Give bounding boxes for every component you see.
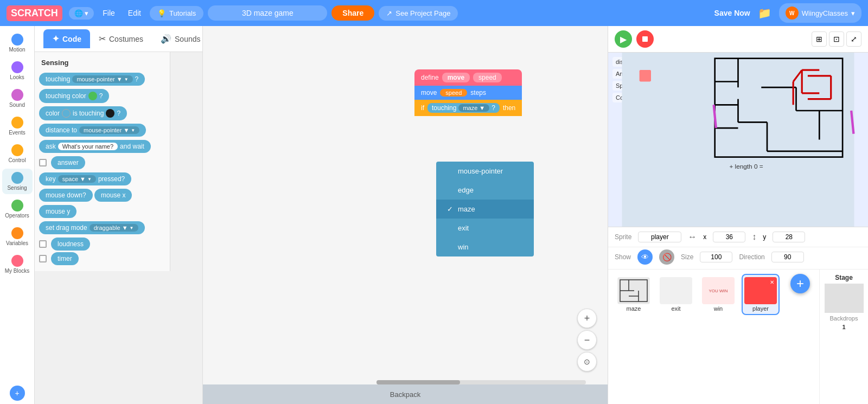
touching-block-inline[interactable]: touching maze ▼ ?: [427, 103, 500, 113]
block-key-pressed[interactable]: key space ▼ pressed?: [39, 172, 131, 185]
sprite-thumb-player[interactable]: ✕ player: [742, 274, 780, 315]
maze-dropdown-trigger[interactable]: maze ▼: [458, 104, 489, 112]
drag-dropdown[interactable]: draggable ▼: [90, 224, 138, 232]
sidebar-label-myblocks: My Blocks: [5, 268, 30, 274]
dropdown-item-mouse-pointer[interactable]: mouse-pointer: [436, 162, 534, 181]
sprite-name-win: win: [714, 305, 723, 312]
scrollbar-thumb: [376, 380, 460, 384]
sprite-thumb-maze[interactable]: maze: [615, 274, 653, 315]
zoom-in-button[interactable]: +: [577, 309, 597, 328]
sidebar-item-sound[interactable]: Sound: [2, 86, 33, 111]
sprite-thumb-exit[interactable]: exit: [657, 274, 695, 315]
block-answer[interactable]: answer: [51, 156, 85, 169]
x-arrows-icon: ↔: [688, 232, 697, 242]
language-button[interactable]: 🌐 ▾: [69, 7, 94, 20]
block-mouse-down[interactable]: mouse down?: [39, 189, 93, 202]
sidebar-item-events[interactable]: Events: [2, 113, 33, 139]
dropdown-item-edge[interactable]: edge: [436, 181, 534, 200]
block-distance-to[interactable]: distance to mouse-pointer ▼: [39, 124, 146, 137]
sidebar-item-extension[interactable]: +: [2, 382, 33, 404]
dropdown-item-maze[interactable]: ✓ maze: [436, 200, 534, 219]
sidebar-item-motion[interactable]: Motion: [2, 30, 33, 56]
backpack-bar[interactable]: Backpack: [203, 384, 608, 404]
edit-menu[interactable]: Edit: [124, 7, 145, 20]
backdrops-count: 1: [842, 324, 845, 330]
key-dropdown[interactable]: space ▼: [58, 175, 96, 183]
stage-panel-label: Stage: [835, 274, 853, 281]
user-menu-button[interactable]: W WiingyClasses ▾: [779, 3, 861, 23]
dropdown-item-win[interactable]: win: [436, 238, 534, 256]
block-loudness[interactable]: loudness: [51, 238, 90, 251]
control-dot: [11, 144, 23, 156]
timer-checkbox[interactable]: [39, 255, 47, 262]
direction-input[interactable]: [771, 252, 804, 262]
dropdown-item-exit[interactable]: exit: [436, 219, 534, 238]
tab-costumes[interactable]: ✂ Costumes: [90, 29, 152, 48]
events-dot: [11, 117, 23, 129]
block-mouse-x[interactable]: mouse x: [94, 189, 132, 202]
horizontal-scrollbar[interactable]: [376, 380, 586, 384]
x-input[interactable]: [713, 232, 745, 242]
file-menu[interactable]: File: [98, 7, 119, 20]
stop-button[interactable]: [636, 30, 654, 48]
block-timer[interactable]: timer: [51, 252, 79, 265]
sidebar-item-sensing[interactable]: Sensing: [2, 169, 33, 194]
operators-dot: [11, 200, 23, 211]
right-panel: ▶ ⊞ ⊡ ⤢ distance: [608, 26, 868, 404]
block-touching-color[interactable]: touching color ?: [39, 89, 109, 103]
size-input[interactable]: [700, 252, 732, 262]
sprite-thumb-win[interactable]: YOU WIN win: [699, 274, 737, 315]
block-mouse-y[interactable]: mouse y: [39, 205, 76, 218]
stop-icon: [641, 35, 649, 43]
hide-button[interactable]: 🚫: [659, 249, 674, 265]
green-flag-button[interactable]: ▶: [615, 30, 632, 48]
block-touching[interactable]: touching mouse-pointer ▼ ?: [39, 73, 145, 86]
ask-input[interactable]: What's your name?: [58, 143, 118, 150]
block-set-drag[interactable]: set drag mode draggable ▼: [39, 221, 145, 234]
share-button[interactable]: Share: [331, 5, 374, 21]
zoom-reset-button[interactable]: ⊙: [577, 352, 597, 371]
sounds-icon: 🔊: [161, 34, 171, 44]
project-title-input[interactable]: [208, 5, 327, 21]
define-val: move: [442, 73, 470, 82]
tutorials-button[interactable]: 💡 Tutorials: [150, 6, 203, 21]
sidebar-item-looks[interactable]: Looks: [2, 58, 33, 84]
move-block[interactable]: move speed steps: [414, 86, 522, 100]
tab-sounds[interactable]: 🔊 Sounds: [152, 29, 209, 48]
sidebar-item-operators[interactable]: Operators: [2, 196, 33, 222]
direction-label: Direction: [739, 253, 764, 261]
show-button[interactable]: 👁: [637, 249, 653, 265]
sidebar-item-variables[interactable]: Variables: [2, 224, 33, 249]
y-input[interactable]: [773, 232, 805, 242]
sprite-controls-row2: Show 👁 🚫 Size Direction: [608, 247, 868, 270]
tab-code[interactable]: ✦ Code: [43, 29, 90, 48]
sprite-delete-player[interactable]: ✕: [768, 278, 776, 286]
zoom-out-button[interactable]: −: [577, 330, 597, 350]
sidebar-item-myblocks[interactable]: My Blocks: [2, 252, 33, 277]
small-stage-button[interactable]: ⊞: [812, 31, 827, 47]
sprites-list: maze exit YOU WIN win: [608, 270, 868, 404]
sprite-name-input[interactable]: [638, 232, 681, 242]
fullscreen-button[interactable]: ⤢: [846, 31, 861, 47]
answer-checkbox[interactable]: [39, 159, 47, 166]
topbar: SCRATCH 🌐 ▾ File Edit 💡 Tutorials Share …: [0, 0, 868, 26]
add-sprite-button[interactable]: +: [790, 274, 810, 293]
save-now-button[interactable]: Save Now: [714, 9, 750, 17]
stage-thumbnail[interactable]: [825, 284, 864, 313]
normal-stage-button[interactable]: ⊡: [829, 31, 844, 47]
touching-dropdown[interactable]: mouse-pointer ▼: [72, 75, 132, 83]
speed-val: speed: [440, 89, 467, 97]
loudness-checkbox[interactable]: [39, 240, 47, 248]
block-color-is-touching[interactable]: color is touching ?: [39, 106, 127, 120]
distance-dropdown[interactable]: mouse-pointer ▼: [79, 126, 139, 134]
block-ask-wait[interactable]: ask What's your name? and wait: [39, 140, 151, 153]
if-block[interactable]: if touching maze ▼ ? then: [414, 100, 522, 116]
block-group-define: define move speed move speed steps if to…: [414, 69, 522, 116]
sidebar-item-control[interactable]: Control: [2, 141, 33, 166]
define-block[interactable]: define move speed: [414, 69, 522, 86]
stage-area: ▶ ⊞ ⊡ ⤢ distance: [608, 26, 868, 227]
folder-button[interactable]: 📁: [755, 7, 775, 20]
add-sprite-area: +: [784, 274, 816, 293]
zoom-controls: + − ⊙: [577, 309, 597, 371]
see-project-button[interactable]: ↗ See Project Page: [379, 6, 458, 21]
